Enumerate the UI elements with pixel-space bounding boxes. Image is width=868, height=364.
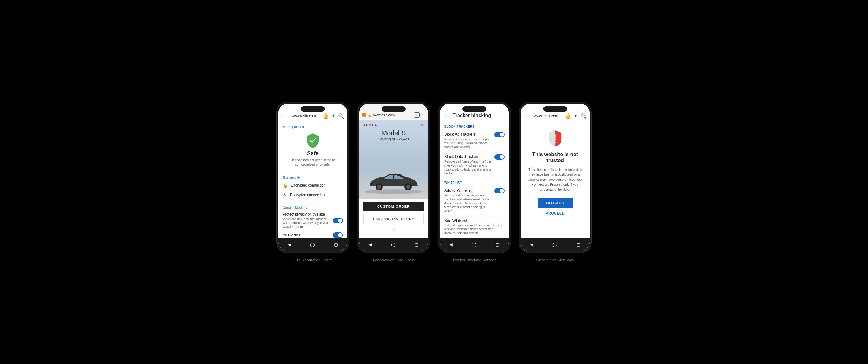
back-nav[interactable]: ◀: [288, 242, 291, 247]
block-data-trackers-row: Block Data Trackers Removes all forms of…: [440, 152, 509, 178]
site-security-title: Site security: [278, 173, 347, 180]
unsafe-description: This site's certificate is not trusted. …: [527, 167, 584, 192]
block-ad-title: Block Ad Trackers: [444, 132, 492, 136]
phone3-bottom: ◀ ◯ ▢: [440, 238, 509, 251]
url-bar-1: www.tesla.com: [287, 114, 320, 118]
phone3-label: Tracker Blocking Settings: [453, 258, 497, 262]
tesla-menu-icon[interactable]: ≡: [421, 122, 424, 128]
phone2-wrapper: 🔒 www.tesla.com 1 ⋮ TESLA ≡ Model S: [358, 102, 430, 262]
add-whitelist-toggle[interactable]: [494, 188, 504, 193]
add-whitelist-row: Add to Whitelist Add current domain to w…: [440, 186, 509, 216]
lock-icon-small: 🔒: [368, 113, 371, 117]
phone3: ← Tracker blocking Block trackers Block …: [438, 102, 510, 253]
phone4-label: Unsafe Site Alert Wall: [536, 258, 574, 262]
block-ad-trackers-row: Block Ad Trackers Removes most ads from …: [440, 130, 509, 152]
search-icon-4[interactable]: 🔍: [580, 113, 587, 119]
phone4-wrapper: ≡ www.tesla.com 🔔 ⬆ 🔍: [519, 102, 591, 262]
model-name: Model S: [359, 129, 428, 137]
back-nav4[interactable]: ◀: [530, 242, 533, 247]
protect-title: Protect privacy on this site: [283, 212, 330, 216]
unsafe-content: This website is not trusted This site's …: [521, 122, 590, 221]
menu-icon-4[interactable]: ≡: [523, 112, 528, 120]
see-whitelist-title: See Whitelist: [444, 218, 504, 223]
encrypted-label-2: Encrypted connection: [290, 193, 324, 197]
share-icon[interactable]: ⬆: [331, 113, 336, 119]
block-data-title: Block Data Trackers: [444, 154, 492, 159]
home-nav4[interactable]: ◯: [553, 242, 557, 247]
lock-icon: 🔒: [283, 183, 288, 188]
add-whitelist-title: Add to Whitelist: [444, 188, 492, 193]
notch3: [462, 106, 487, 112]
phone1-inner: ≡ www.tesla.com 🔔 ⬆ 🔍 Site reputation: [278, 104, 347, 251]
unsafe-title: This website is not trusted: [527, 151, 584, 164]
phone2-label: Browser with Site Open: [373, 258, 414, 262]
phone4-content: This website is not trusted This site's …: [521, 122, 590, 238]
phone3-content: Block trackers Block Ad Trackers Removes…: [440, 122, 509, 238]
starting-price: Starting at $69,420: [359, 137, 428, 141]
notch1: [301, 106, 325, 112]
phone4-bottom: ◀ ◯ ▢: [521, 238, 590, 251]
tab-icon[interactable]: 1: [414, 112, 420, 118]
ad-blocker-toggle[interactable]: [333, 232, 343, 237]
proceed-button[interactable]: PROCEED: [546, 211, 565, 216]
phone1-label: Site Reputation Score: [294, 258, 332, 262]
svg-point-5: [555, 142, 556, 143]
tesla-buttons: CUSTOM ORDER EXISTING INVENTORY ⌄: [359, 199, 428, 236]
back-nav2[interactable]: ◀: [369, 242, 372, 247]
encrypted-label-1: Encrypted connection: [291, 183, 326, 188]
recent-nav[interactable]: ▢: [334, 242, 338, 247]
phone2: 🔒 www.tesla.com 1 ⋮ TESLA ≡ Model S: [358, 102, 430, 253]
custom-order-btn[interactable]: CUSTOM ORDER: [364, 202, 424, 211]
search-icon[interactable]: 🔍: [338, 113, 345, 119]
brave-shield-icon: [362, 113, 367, 117]
phone1-wrapper: ≡ www.tesla.com 🔔 ⬆ 🔍 Site reputation: [277, 102, 349, 262]
phone3-wrapper: ← Tracker blocking Block trackers Block …: [438, 102, 510, 262]
ad-blocker-label: Ad Blocker: [283, 233, 330, 237]
tesla-logo: TESLA: [364, 123, 378, 127]
phone1: ≡ www.tesla.com 🔔 ⬆ 🔍 Site reputation: [277, 102, 349, 253]
tesla-hero: TESLA ≡ Model S Starting at $69,420: [359, 120, 428, 199]
see-whitelist-row[interactable]: See Whitelist List of domains exempt fro…: [440, 216, 509, 238]
recent-nav2[interactable]: ▢: [415, 242, 418, 247]
phone4: ≡ www.tesla.com 🔔 ⬆ 🔍: [519, 102, 591, 253]
encrypted-row-1: 🔒 Encrypted connection: [278, 180, 347, 190]
phone2-content: TESLA ≡ Model S Starting at $69,420: [359, 120, 428, 238]
block-ad-desc: Removes most ads from sites you visit, i…: [444, 137, 492, 149]
back-icon-tracker[interactable]: ←: [444, 112, 450, 119]
protect-toggle[interactable]: [333, 218, 343, 223]
bell-icon[interactable]: 🔔: [322, 113, 330, 119]
block-data-desc: Removes all forms of tracking from sites…: [444, 160, 492, 175]
url-bar-2: www.tesla.com: [373, 113, 413, 117]
go-back-button[interactable]: GO BACK: [538, 198, 572, 208]
scene: ≡ www.tesla.com 🔔 ⬆ 🔍 Site reputation: [258, 90, 610, 274]
divider-2: [278, 201, 347, 201]
url-bar-4: www.tesla.com: [530, 114, 563, 118]
existing-inventory-btn[interactable]: EXISTING INVENTORY: [364, 214, 424, 224]
recent-nav4[interactable]: ▢: [576, 242, 580, 247]
reputation-status: Safe: [278, 150, 347, 157]
share-icon-4[interactable]: ⬆: [574, 113, 578, 119]
encrypted-row-2: 👁 Encrypted connection: [278, 190, 347, 200]
site-reputation-title: Site reputation: [278, 122, 347, 130]
block-ad-toggle[interactable]: [494, 132, 504, 137]
svg-point-2: [377, 185, 381, 189]
home-nav[interactable]: ◯: [310, 242, 315, 247]
more-icon[interactable]: ⋮: [421, 112, 426, 118]
phone3-inner: ← Tracker blocking Block trackers Block …: [440, 104, 509, 251]
svg-point-4: [406, 185, 410, 189]
block-data-toggle[interactable]: [494, 154, 504, 160]
protect-desc: When enabled, ads and trackers will be b…: [283, 217, 330, 229]
bell-icon-4[interactable]: 🔔: [564, 113, 572, 119]
recent-nav3[interactable]: ▢: [495, 242, 499, 247]
block-trackers-label: Block trackers: [440, 122, 509, 130]
home-nav2[interactable]: ◯: [391, 242, 396, 247]
phone1-bottom: ◀ ◯ ▢: [278, 238, 347, 251]
back-nav3[interactable]: ◀: [450, 242, 453, 247]
tesla-hero-text: Model S Starting at $69,420: [359, 129, 428, 141]
phone2-bottom: ◀ ◯ ▢: [359, 238, 428, 251]
home-nav3[interactable]: ◯: [472, 242, 476, 247]
tesla-top-bar: TESLA ≡: [359, 120, 428, 131]
protect-row: Protect privacy on this site When enable…: [278, 211, 347, 231]
see-whitelist-desc: List of domains exempt from ad and track…: [444, 223, 504, 235]
menu-icon[interactable]: ≡: [281, 112, 285, 120]
